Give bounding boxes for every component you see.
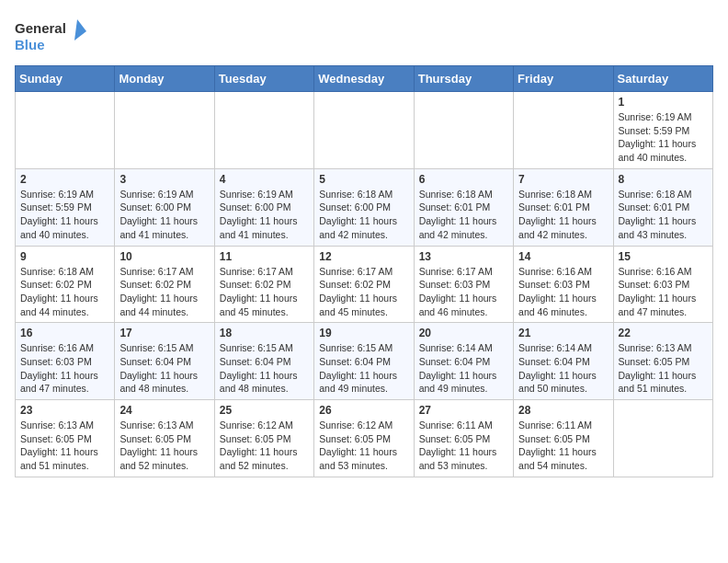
calendar-cell (314, 92, 414, 169)
day-number: 3 (119, 173, 209, 186)
calendar-week-row: 23Sunrise: 6:13 AM Sunset: 6:05 PM Dayli… (16, 400, 713, 477)
calendar-table: SundayMondayTuesdayWednesdayThursdayFrid… (15, 65, 713, 477)
calendar-cell: 9Sunrise: 6:18 AM Sunset: 6:02 PM Daylig… (16, 246, 115, 323)
weekday-header-cell: Sunday (16, 66, 115, 92)
day-info: Sunrise: 6:19 AM Sunset: 5:59 PM Dayligh… (619, 110, 708, 165)
calendar-body: 1Sunrise: 6:19 AM Sunset: 5:59 PM Daylig… (16, 92, 713, 477)
day-info: Sunrise: 6:17 AM Sunset: 6:02 PM Dayligh… (119, 265, 209, 319)
day-info: Sunrise: 6:18 AM Sunset: 6:02 PM Dayligh… (20, 265, 109, 319)
calendar-week-row: 16Sunrise: 6:16 AM Sunset: 6:03 PM Dayli… (16, 323, 713, 400)
calendar-cell: 3Sunrise: 6:19 AM Sunset: 6:00 PM Daylig… (115, 168, 214, 246)
calendar-cell: 26Sunrise: 6:12 AM Sunset: 6:05 PM Dayli… (314, 400, 414, 477)
weekday-header-cell: Monday (115, 66, 214, 92)
day-info: Sunrise: 6:19 AM Sunset: 5:59 PM Dayligh… (20, 188, 109, 242)
calendar-cell: 22Sunrise: 6:13 AM Sunset: 6:05 PM Dayli… (613, 323, 712, 400)
day-info: Sunrise: 6:15 AM Sunset: 6:04 PM Dayligh… (319, 341, 408, 396)
weekday-header-cell: Saturday (613, 66, 712, 92)
day-number: 1 (619, 96, 708, 109)
day-number: 5 (319, 173, 408, 186)
day-info: Sunrise: 6:15 AM Sunset: 6:04 PM Dayligh… (119, 341, 209, 396)
calendar-cell (414, 92, 513, 169)
day-info: Sunrise: 6:18 AM Sunset: 6:00 PM Dayligh… (319, 188, 408, 242)
day-number: 21 (518, 327, 608, 339)
day-info: Sunrise: 6:14 AM Sunset: 6:04 PM Dayligh… (518, 341, 608, 396)
day-info: Sunrise: 6:15 AM Sunset: 6:04 PM Dayligh… (220, 341, 309, 396)
day-number: 20 (419, 327, 508, 339)
day-number: 22 (619, 327, 708, 339)
day-number: 18 (220, 327, 309, 339)
day-info: Sunrise: 6:12 AM Sunset: 6:05 PM Dayligh… (319, 419, 408, 473)
calendar-cell (514, 92, 613, 169)
calendar-cell: 5Sunrise: 6:18 AM Sunset: 6:00 PM Daylig… (314, 168, 414, 246)
day-info: Sunrise: 6:13 AM Sunset: 6:05 PM Dayligh… (20, 419, 109, 473)
day-number: 26 (319, 404, 408, 417)
calendar-cell (214, 92, 313, 169)
day-info: Sunrise: 6:13 AM Sunset: 6:05 PM Dayligh… (619, 341, 708, 396)
day-number: 13 (419, 250, 508, 263)
svg-text:General: General (15, 20, 66, 36)
day-number: 16 (20, 327, 109, 339)
day-number: 28 (518, 404, 608, 417)
day-info: Sunrise: 6:11 AM Sunset: 6:05 PM Dayligh… (518, 419, 608, 473)
day-number: 9 (20, 250, 109, 263)
day-number: 17 (119, 327, 209, 339)
calendar-cell: 14Sunrise: 6:16 AM Sunset: 6:03 PM Dayli… (514, 246, 613, 323)
day-number: 14 (518, 250, 608, 263)
day-info: Sunrise: 6:13 AM Sunset: 6:05 PM Dayligh… (119, 419, 209, 473)
calendar-cell: 11Sunrise: 6:17 AM Sunset: 6:02 PM Dayli… (214, 246, 313, 323)
weekday-header-row: SundayMondayTuesdayWednesdayThursdayFrid… (16, 66, 713, 92)
day-number: 19 (319, 327, 408, 339)
logo: General Blue (15, 15, 88, 56)
day-number: 27 (419, 404, 508, 417)
day-info: Sunrise: 6:18 AM Sunset: 6:01 PM Dayligh… (619, 188, 708, 242)
day-info: Sunrise: 6:19 AM Sunset: 6:00 PM Dayligh… (119, 188, 209, 242)
day-number: 10 (119, 250, 209, 263)
calendar-cell: 15Sunrise: 6:16 AM Sunset: 6:03 PM Dayli… (613, 246, 712, 323)
day-number: 23 (20, 404, 109, 417)
weekday-header-cell: Friday (514, 66, 613, 92)
calendar-cell: 6Sunrise: 6:18 AM Sunset: 6:01 PM Daylig… (414, 168, 513, 246)
calendar-cell (16, 92, 115, 169)
calendar-cell: 18Sunrise: 6:15 AM Sunset: 6:04 PM Dayli… (214, 323, 313, 400)
day-info: Sunrise: 6:16 AM Sunset: 6:03 PM Dayligh… (518, 265, 608, 319)
calendar-cell: 27Sunrise: 6:11 AM Sunset: 6:05 PM Dayli… (414, 400, 513, 477)
calendar-week-row: 2Sunrise: 6:19 AM Sunset: 5:59 PM Daylig… (16, 168, 713, 246)
calendar-cell: 13Sunrise: 6:17 AM Sunset: 6:03 PM Dayli… (414, 246, 513, 323)
day-info: Sunrise: 6:14 AM Sunset: 6:04 PM Dayligh… (419, 341, 508, 396)
calendar-cell: 20Sunrise: 6:14 AM Sunset: 6:04 PM Dayli… (414, 323, 513, 400)
calendar-cell: 12Sunrise: 6:17 AM Sunset: 6:02 PM Dayli… (314, 246, 414, 323)
calendar-week-row: 9Sunrise: 6:18 AM Sunset: 6:02 PM Daylig… (16, 246, 713, 323)
calendar-week-row: 1Sunrise: 6:19 AM Sunset: 5:59 PM Daylig… (16, 92, 713, 169)
logo-svg: General Blue (15, 15, 88, 56)
day-number: 2 (20, 173, 109, 186)
day-info: Sunrise: 6:18 AM Sunset: 6:01 PM Dayligh… (518, 188, 608, 242)
day-number: 11 (220, 250, 309, 263)
calendar-cell: 19Sunrise: 6:15 AM Sunset: 6:04 PM Dayli… (314, 323, 414, 400)
day-info: Sunrise: 6:17 AM Sunset: 6:02 PM Dayligh… (319, 265, 408, 319)
calendar-cell (115, 92, 214, 169)
calendar-cell: 4Sunrise: 6:19 AM Sunset: 6:00 PM Daylig… (214, 168, 313, 246)
calendar-cell: 24Sunrise: 6:13 AM Sunset: 6:05 PM Dayli… (115, 400, 214, 477)
day-info: Sunrise: 6:18 AM Sunset: 6:01 PM Dayligh… (419, 188, 508, 242)
calendar-cell: 25Sunrise: 6:12 AM Sunset: 6:05 PM Dayli… (214, 400, 313, 477)
day-number: 4 (220, 173, 309, 186)
calendar-cell: 1Sunrise: 6:19 AM Sunset: 5:59 PM Daylig… (613, 92, 712, 169)
calendar-cell: 7Sunrise: 6:18 AM Sunset: 6:01 PM Daylig… (514, 168, 613, 246)
day-number: 6 (419, 173, 508, 186)
day-number: 25 (220, 404, 309, 417)
day-number: 24 (119, 404, 209, 417)
weekday-header-cell: Wednesday (314, 66, 414, 92)
calendar-cell: 2Sunrise: 6:19 AM Sunset: 5:59 PM Daylig… (16, 168, 115, 246)
weekday-header-cell: Tuesday (214, 66, 313, 92)
day-info: Sunrise: 6:17 AM Sunset: 6:03 PM Dayligh… (419, 265, 508, 319)
day-info: Sunrise: 6:16 AM Sunset: 6:03 PM Dayligh… (20, 341, 109, 396)
day-number: 12 (319, 250, 408, 263)
calendar-cell: 17Sunrise: 6:15 AM Sunset: 6:04 PM Dayli… (115, 323, 214, 400)
day-number: 7 (518, 173, 608, 186)
day-info: Sunrise: 6:17 AM Sunset: 6:02 PM Dayligh… (220, 265, 309, 319)
svg-text:Blue: Blue (15, 37, 45, 52)
calendar-cell: 8Sunrise: 6:18 AM Sunset: 6:01 PM Daylig… (613, 168, 712, 246)
calendar-cell: 28Sunrise: 6:11 AM Sunset: 6:05 PM Dayli… (514, 400, 613, 477)
calendar-cell: 16Sunrise: 6:16 AM Sunset: 6:03 PM Dayli… (16, 323, 115, 400)
day-number: 15 (619, 250, 708, 263)
